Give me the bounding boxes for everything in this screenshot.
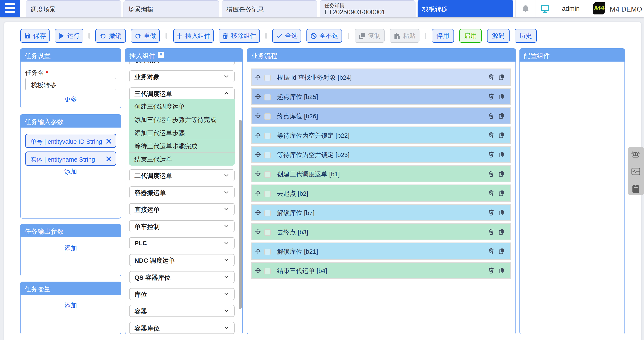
svg-text:M4: M4 — [594, 5, 605, 11]
